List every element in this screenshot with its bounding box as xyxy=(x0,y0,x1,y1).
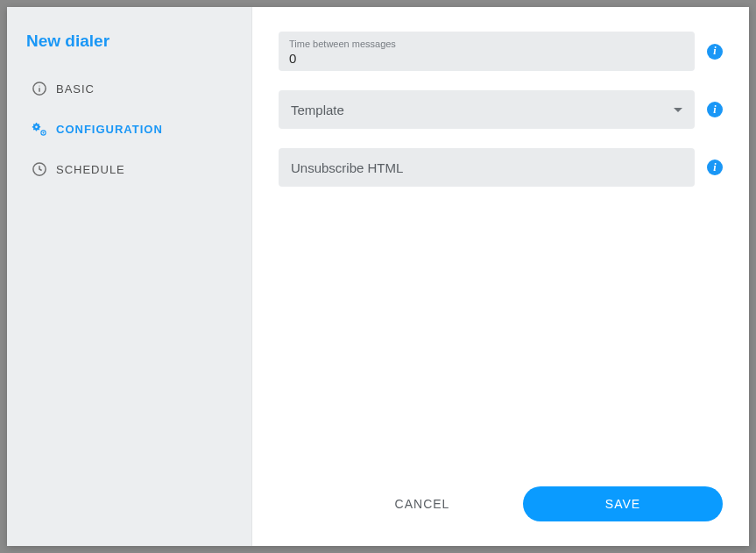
sidebar: New dialer BASIC CONFIGURATION xyxy=(7,7,252,546)
row-template: Template i xyxy=(279,90,723,129)
template-placeholder: Template xyxy=(291,103,344,117)
nav-item-schedule[interactable]: SCHEDULE xyxy=(7,149,251,189)
row-unsubscribe: i xyxy=(279,148,723,187)
svg-point-4 xyxy=(43,132,45,134)
clock-icon xyxy=(32,161,47,177)
form-area: Time between messages i Template i i xyxy=(279,32,723,476)
info-circle-icon xyxy=(32,81,47,96)
footer: CANCEL SAVE xyxy=(279,476,723,532)
info-icon[interactable]: i xyxy=(707,102,723,117)
time-between-input[interactable] xyxy=(289,50,684,66)
cancel-button[interactable]: CANCEL xyxy=(339,486,505,521)
nav-label: BASIC xyxy=(56,82,95,96)
time-between-field[interactable]: Time between messages xyxy=(279,32,695,71)
unsubscribe-field[interactable] xyxy=(279,148,695,187)
unsubscribe-input[interactable] xyxy=(291,160,682,175)
main-panel: Time between messages i Template i i xyxy=(252,7,749,546)
save-button[interactable]: SAVE xyxy=(523,486,723,521)
time-between-label: Time between messages xyxy=(289,39,684,50)
nav-label: SCHEDULE xyxy=(56,163,125,176)
info-icon[interactable]: i xyxy=(707,160,723,175)
svg-point-1 xyxy=(39,85,39,86)
dialer-modal: New dialer BASIC CONFIGURATION xyxy=(7,7,749,546)
row-time-between: Time between messages i xyxy=(279,32,723,71)
gears-icon xyxy=(32,121,47,137)
template-select[interactable]: Template xyxy=(279,90,695,129)
info-icon[interactable]: i xyxy=(707,44,723,60)
sidebar-title: New dialer xyxy=(7,26,251,68)
nav-item-basic[interactable]: BASIC xyxy=(7,68,251,109)
nav-item-configuration[interactable]: CONFIGURATION xyxy=(7,109,251,149)
nav-label: CONFIGURATION xyxy=(56,123,163,136)
chevron-down-icon xyxy=(674,108,682,112)
